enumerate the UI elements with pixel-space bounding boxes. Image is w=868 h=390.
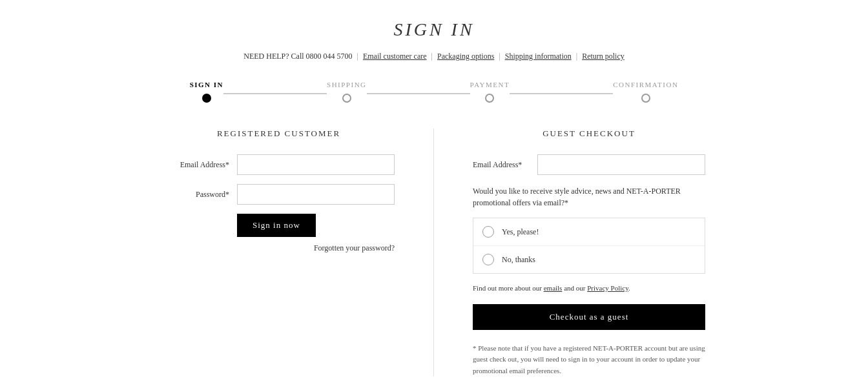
email-customer-care-link[interactable]: Email customer care	[363, 52, 427, 61]
radio-yes-circle	[482, 226, 494, 238]
forgotten-password-link[interactable]: Forgotten your password?	[163, 243, 395, 253]
guest-email-row: Email Address*	[473, 154, 705, 175]
password-row: Password*	[163, 184, 395, 205]
step-circle-payment	[485, 94, 494, 103]
promo-question: Would you like to receive style advice, …	[473, 185, 705, 209]
help-phone: Call 0800 044 5700	[291, 52, 353, 61]
guest-email-input[interactable]	[537, 154, 705, 175]
registered-customer-title: REGISTERED CUSTOMER	[163, 128, 395, 139]
radio-yes-option[interactable]: Yes, please!	[473, 218, 705, 246]
page-wrapper: SIGN IN NEED HELP? Call 0800 044 5700 | …	[0, 0, 868, 390]
checkout-columns: REGISTERED CUSTOMER Email Address* Passw…	[143, 128, 725, 376]
pipe-3: |	[499, 52, 502, 61]
guest-checkout-section: GUEST CHECKOUT Email Address* Would you …	[434, 128, 705, 376]
privacy-before: Find out more about our	[473, 284, 542, 292]
pipe-2: |	[431, 52, 435, 61]
radio-yes-label: Yes, please!	[502, 227, 539, 237]
privacy-dot: .	[628, 284, 630, 292]
step-circle-confirmation	[641, 94, 650, 103]
checkout-guest-button[interactable]: Checkout as a guest	[473, 304, 705, 330]
return-policy-link[interactable]: Return policy	[582, 52, 625, 61]
radio-no-option[interactable]: No, thanks	[473, 246, 705, 273]
shipping-information-link[interactable]: Shipping information	[505, 52, 572, 61]
step-label-shipping: SHIPPING	[327, 81, 367, 88]
privacy-middle: and our	[564, 284, 587, 292]
promo-radio-group: Yes, please! No, thanks	[473, 218, 705, 274]
email-input[interactable]	[237, 154, 395, 175]
radio-no-label: No, thanks	[502, 255, 535, 265]
packaging-options-link[interactable]: Packaging options	[437, 52, 494, 61]
password-label: Password*	[163, 190, 237, 200]
privacy-text: Find out more about our emails and our P…	[473, 283, 705, 294]
step-label-signin: SIGN IN	[190, 81, 223, 88]
emails-link[interactable]: emails	[544, 284, 563, 292]
progress-step-shipping: SHIPPING	[327, 81, 367, 103]
step-connector-3	[510, 93, 613, 94]
help-prefix: NEED HELP?	[243, 52, 289, 61]
progress-step-payment: PAYMENT	[470, 81, 510, 103]
step-circle-signin	[202, 94, 211, 103]
guest-checkout-title: GUEST CHECKOUT	[473, 128, 705, 139]
signin-button[interactable]: Sign in now	[237, 214, 316, 237]
progress-bar: SIGN IN SHIPPING PAYMENT CONFIRMATION	[13, 81, 855, 103]
progress-step-signin: SIGN IN	[190, 81, 223, 103]
email-row: Email Address*	[163, 154, 395, 175]
step-connector-2	[367, 93, 470, 94]
email-label: Email Address*	[163, 160, 237, 170]
page-title: SIGN IN	[13, 19, 855, 40]
pipe-1: |	[357, 52, 360, 61]
step-label-payment: PAYMENT	[470, 81, 510, 88]
step-circle-shipping	[342, 94, 351, 103]
pipe-4: |	[576, 52, 579, 61]
step-label-confirmation: CONFIRMATION	[613, 81, 678, 88]
password-input[interactable]	[237, 184, 395, 205]
step-connector-1	[223, 93, 327, 94]
radio-no-circle	[482, 254, 494, 265]
help-bar: NEED HELP? Call 0800 044 5700 | Email cu…	[13, 52, 855, 61]
privacy-policy-link[interactable]: Privacy Policy	[587, 284, 628, 292]
guest-email-label: Email Address*	[473, 160, 537, 170]
registered-customer-section: REGISTERED CUSTOMER Email Address* Passw…	[163, 128, 434, 376]
progress-step-confirmation: CONFIRMATION	[613, 81, 678, 103]
notice-text: * Please note that if you have a registe…	[473, 343, 705, 377]
